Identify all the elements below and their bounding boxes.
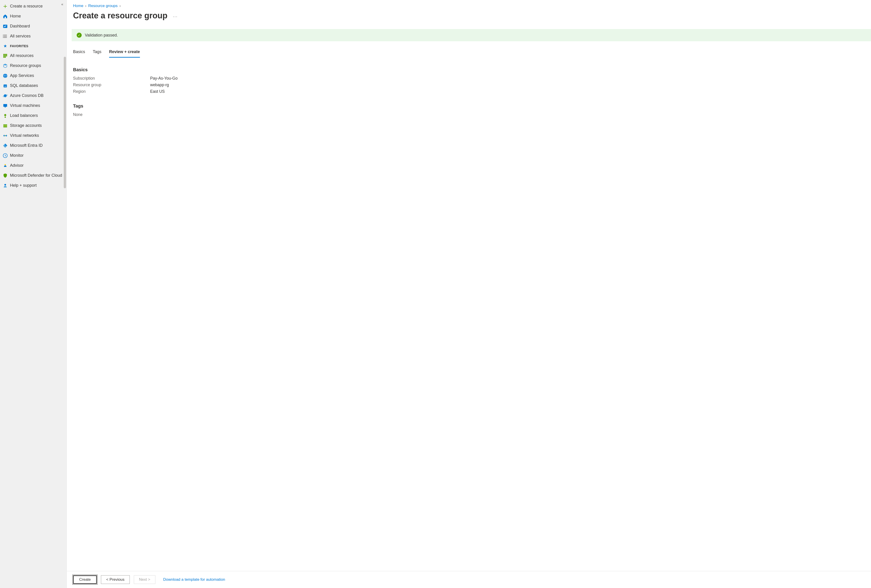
review-value: East US: [150, 89, 165, 94]
sidebar-item-home[interactable]: Home: [0, 11, 66, 21]
create-button[interactable]: Create: [73, 575, 97, 584]
monitor-icon: [3, 153, 8, 158]
sql-icon: sql: [3, 83, 8, 88]
tabs: Basics Tags Review + create: [73, 49, 865, 58]
star-icon: [3, 43, 8, 49]
sidebar-item-sql-databases[interactable]: sql SQL databases: [0, 81, 66, 91]
sidebar-item-load-balancers[interactable]: Load balancers: [0, 111, 66, 121]
sidebar-item-monitor[interactable]: Monitor: [0, 151, 66, 161]
sidebar-item-label: Virtual machines: [10, 103, 40, 108]
sidebar-item-label: Create a resource: [10, 4, 43, 9]
sidebar-item-virtual-networks[interactable]: Virtual networks: [0, 131, 66, 141]
sidebar-item-all-services[interactable]: All services: [0, 31, 66, 41]
sidebar-item-storage-accounts[interactable]: Storage accounts: [0, 121, 66, 131]
collapse-sidebar-icon[interactable]: «: [61, 2, 63, 6]
shield-icon: [3, 173, 8, 178]
scrollbar-thumb[interactable]: [64, 57, 66, 188]
page-title: Create a resource group: [73, 11, 168, 20]
validation-text: Validation passed.: [85, 33, 118, 37]
svg-point-2: [3, 35, 3, 35]
breadcrumb: Home › Resource groups ›: [73, 4, 865, 8]
plus-icon: [3, 4, 8, 9]
sidebar-item-label: All resources: [10, 53, 34, 58]
breadcrumb-home[interactable]: Home: [73, 4, 83, 8]
tags-none-text: None: [73, 112, 865, 117]
sidebar-item-label: All services: [10, 34, 31, 39]
sidebar-item-label: Storage accounts: [10, 123, 42, 128]
svg-rect-24: [3, 127, 7, 127]
chevron-right-icon: ›: [85, 4, 87, 8]
cube-icon: [3, 63, 8, 68]
svg-rect-23: [3, 126, 7, 126]
entra-icon: [3, 143, 8, 148]
svg-point-3: [3, 36, 3, 36]
sidebar-item-resource-groups[interactable]: Resource groups: [0, 61, 66, 71]
sidebar-item-virtual-machines[interactable]: Virtual machines: [0, 101, 66, 111]
sidebar-item-cosmos-db[interactable]: Azure Cosmos DB: [0, 91, 66, 101]
svg-rect-8: [3, 55, 4, 57]
sidebar-item-dashboard[interactable]: Dashboard: [0, 21, 66, 31]
sidebar-item-label: Microsoft Entra ID: [10, 143, 43, 148]
section-tags-heading: Tags: [73, 103, 865, 109]
more-actions-icon[interactable]: ···: [173, 14, 178, 19]
review-row: Region East US: [73, 89, 865, 94]
svg-rect-6: [5, 54, 6, 55]
svg-point-21: [4, 117, 6, 118]
review-row: Subscription Pay-As-You-Go: [73, 76, 865, 81]
svg-rect-22: [3, 124, 7, 126]
sidebar-item-label: Help + support: [10, 183, 37, 188]
home-icon: [3, 14, 8, 19]
review-value: webapp-rg: [150, 82, 169, 87]
sidebar: « Create a resource Home Dashboard All s…: [0, 0, 67, 588]
sidebar-item-all-resources[interactable]: All resources: [0, 51, 66, 61]
storage-icon: [3, 123, 8, 128]
sidebar-item-create-resource[interactable]: Create a resource: [0, 1, 66, 11]
sidebar-item-entra-id[interactable]: Microsoft Entra ID: [0, 141, 66, 151]
tab-review-create[interactable]: Review + create: [109, 49, 140, 58]
sidebar-item-label: Load balancers: [10, 113, 38, 118]
svg-point-4: [3, 37, 3, 37]
sidebar-item-label: Advisor: [10, 163, 24, 168]
dashboard-icon: [3, 24, 8, 29]
main-content: Home › Resource groups › Create a resour…: [67, 0, 871, 588]
validation-banner: ✓ Validation passed.: [72, 29, 871, 41]
footer: Create < Previous Next > Download a temp…: [67, 571, 871, 588]
review-label: Resource group: [73, 82, 150, 87]
vnet-icon: [3, 133, 8, 138]
advisor-icon: [3, 163, 8, 168]
cosmos-icon: [3, 93, 8, 98]
sidebar-item-label: Home: [10, 13, 21, 19]
sidebar-item-label: Dashboard: [10, 24, 30, 29]
sidebar-item-defender[interactable]: Microsoft Defender for Cloud: [0, 171, 66, 181]
next-button: Next >: [134, 575, 156, 584]
svg-rect-12: [5, 57, 6, 58]
vm-icon: [3, 103, 8, 108]
review-value: Pay-As-You-Go: [150, 76, 178, 81]
svg-text:sql: sql: [4, 85, 6, 87]
sidebar-item-label: App Services: [10, 73, 34, 78]
review-label: Region: [73, 89, 150, 94]
svg-rect-20: [4, 107, 6, 108]
svg-rect-7: [6, 54, 7, 55]
previous-button[interactable]: < Previous: [101, 575, 130, 584]
sidebar-item-label: Resource groups: [10, 63, 41, 68]
svg-point-27: [4, 164, 6, 166]
breadcrumb-resource-groups[interactable]: Resource groups: [88, 4, 117, 8]
svg-rect-10: [6, 55, 7, 57]
sidebar-item-advisor[interactable]: Advisor: [0, 161, 66, 171]
favorites-label: FAVORITES: [10, 44, 28, 48]
list-icon: [3, 34, 8, 39]
tab-tags[interactable]: Tags: [93, 49, 102, 58]
svg-rect-9: [5, 55, 6, 57]
sidebar-item-app-services[interactable]: App Services: [0, 71, 66, 81]
download-template-link[interactable]: Download a template for automation: [163, 578, 225, 582]
sidebar-item-label: SQL databases: [10, 83, 38, 88]
sidebar-item-help-support[interactable]: Help + support: [0, 181, 66, 190]
tab-basics[interactable]: Basics: [73, 49, 85, 58]
svg-rect-0: [4, 17, 6, 18]
svg-rect-5: [3, 54, 4, 55]
chevron-right-icon: ›: [120, 4, 121, 8]
globe-icon: [3, 73, 8, 78]
sidebar-item-label: Microsoft Defender for Cloud: [10, 173, 62, 178]
svg-rect-19: [3, 104, 7, 107]
